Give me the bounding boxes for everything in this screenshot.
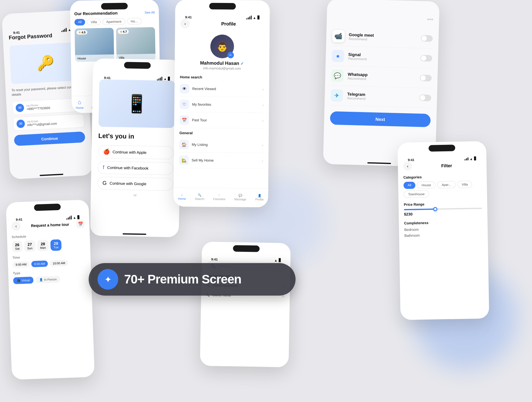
price-slider-track[interactable]	[404, 208, 482, 210]
menu-my-listing[interactable]: 🏠 My Listing ›	[179, 137, 263, 153]
tab-villa[interactable]: Villa	[87, 19, 101, 25]
time-1000[interactable]: 10:00 AM	[50, 260, 68, 267]
banner-text: 70+ Premium Screen	[124, 272, 241, 286]
date-28[interactable]: 28 Man	[37, 240, 49, 251]
price-range-label: Price Range	[404, 201, 482, 207]
nav-search-profile[interactable]: 🔍 Search	[195, 193, 204, 200]
chip-apartment[interactable]: Apar...	[437, 181, 455, 188]
chip-all[interactable]: All	[403, 182, 416, 189]
arrow-sell: ›	[262, 159, 263, 163]
date-29[interactable]: 29 Tue	[50, 239, 61, 251]
nav-favorites-profile[interactable]: ♡ Favorites	[213, 193, 225, 200]
more-icon[interactable]: •••	[427, 16, 433, 23]
menu-recent-viewed[interactable]: 👁 Recent Viewed ›	[180, 81, 264, 97]
whatsapp-toggle[interactable]	[420, 74, 432, 81]
whatsapp-info: Whatsapp Recommend	[348, 72, 416, 82]
nav-home-rec[interactable]: ⌂ Home	[76, 98, 84, 109]
back-button-tour[interactable]: ‹	[11, 221, 21, 231]
email-input-row[interactable]: ✉ via Email : info***ul@gmail.com	[13, 114, 85, 131]
back-button-profile[interactable]: ‹	[180, 19, 190, 28]
chip-townhouse[interactable]: Townhouse	[404, 190, 429, 198]
nav-profile-profile[interactable]: 👤 Profile	[255, 194, 264, 201]
slider-thumb[interactable]	[433, 207, 437, 211]
avatar-edit-icon[interactable]: ✏	[227, 52, 234, 58]
next-button[interactable]: Next	[330, 111, 431, 127]
signal-toggle[interactable]	[420, 55, 432, 61]
app-google-meet: 📹 Google meet Recommend	[332, 26, 433, 49]
bottom-nav-profile: ⌂ Home 🔍 Search ♡ Favorites 💬 Massage 👤 …	[173, 188, 268, 208]
profile-email: info.mamodul@gmail.com	[203, 66, 241, 70]
tab-ho[interactable]: Ho...	[127, 18, 142, 25]
time-filter: 9:41	[408, 158, 414, 161]
sell-home-label: Sell My Home	[192, 158, 259, 163]
google-meet-info: Google meet Recommend	[349, 32, 417, 42]
property-cards: ★4.5 House ★4.7 Villa	[74, 27, 155, 62]
back-button-filter[interactable]: ‹	[403, 162, 412, 171]
price-section: Price Range $230	[404, 201, 482, 217]
time-930[interactable]: 9:30 AM	[31, 260, 48, 267]
toggle-dot	[421, 36, 427, 41]
virtual-btn[interactable]: 🎥 Virtual	[13, 277, 33, 284]
rating-badge-2: ★4.7	[118, 29, 129, 34]
or-divider: or	[97, 192, 173, 198]
notch-rec	[101, 3, 128, 10]
arrow-past-tour: ›	[262, 119, 263, 123]
my-listing-label: My Listing	[192, 142, 259, 147]
profile-screen-title: Profile	[193, 21, 264, 27]
time-900[interactable]: 9:00 AM	[13, 261, 30, 268]
heart-icon-profile: ♡	[180, 100, 189, 109]
my-favorites-label: My favorites	[192, 102, 259, 107]
phone-search-screen: 9:41 ▲▊ 🔍 Search... Recent Search 🔍 Owen…	[200, 241, 291, 367]
facebook-login-btn[interactable]: f Continue with Facebook	[98, 161, 173, 175]
google-meet-toggle[interactable]	[421, 35, 433, 42]
filter-header: ‹ Filter	[403, 161, 481, 171]
nav-massage-profile[interactable]: 💬 Massage	[234, 194, 246, 201]
slider-fill	[404, 208, 435, 210]
rec-title: Our Recommendation	[74, 11, 118, 16]
google-icon: G	[103, 180, 107, 186]
login-title: Let's you in	[98, 132, 174, 141]
toggle-dot-4	[420, 95, 425, 100]
menu-my-favorites[interactable]: ♡ My favorites ›	[180, 97, 264, 113]
time-label: Time	[12, 253, 86, 260]
apple-login-btn[interactable]: 🍎 Continue with Apple	[98, 145, 174, 159]
google-login-btn[interactable]: G Continue with Google	[98, 177, 173, 191]
status-bar-profile: 9:41 ▲▊	[180, 13, 264, 20]
phone-tour: 9:41 ▲▊ ‹ Request a home tour 📅 Schedule…	[6, 200, 95, 380]
date-27[interactable]: 27 Sun	[24, 240, 35, 252]
rec-filter-tabs: All Villa Apartment Ho...	[74, 18, 155, 26]
tab-apartment[interactable]: Apartment	[103, 18, 125, 25]
email-icon: ✉	[16, 119, 25, 128]
verified-badge: ✓	[240, 61, 244, 66]
app-telegram: ✈ Telegram Recommend	[330, 86, 432, 108]
phone-login: 9:41 ▲▊ 📱 Let's you in 🍎 Continue with A…	[90, 58, 182, 237]
rating-badge-1: ★4.5	[76, 30, 87, 35]
property-card-2[interactable]: ★4.7 Villa	[116, 27, 155, 61]
chip-house[interactable]: House	[417, 181, 435, 189]
toggle-dot-2	[421, 55, 426, 61]
telegram-icon: ✈	[330, 89, 343, 102]
menu-sell-home[interactable]: 🏡 Sell My Home ›	[179, 153, 263, 169]
type-label: Type	[13, 269, 86, 275]
tab-all[interactable]: All	[74, 19, 85, 26]
see-all-link[interactable]: See All	[145, 11, 155, 14]
in-person-btn[interactable]: 👤 In Person	[36, 276, 61, 283]
property-card-1[interactable]: ★4.5 House	[74, 28, 114, 62]
whatsapp-icon: 💬	[331, 69, 344, 82]
calendar-icon-tour[interactable]: 📅	[76, 220, 85, 228]
date-26[interactable]: 26 Sat	[12, 241, 22, 252]
signal-icon: ●	[332, 50, 344, 62]
premium-banner: ✦ 70+ Premium Screen	[89, 263, 296, 296]
menu-past-tour[interactable]: 📅 Past Tour ›	[179, 112, 263, 129]
time-tour: 9:41	[16, 218, 22, 221]
arrow-recent: ›	[262, 87, 264, 91]
telegram-toggle[interactable]	[419, 94, 431, 101]
nav-home-profile[interactable]: ⌂ Home	[178, 193, 186, 200]
logo-icon: ✦	[104, 274, 112, 285]
app-whatsapp: 💬 Whatsapp Recommend	[331, 66, 432, 88]
user-nav-icon-p: 👤	[258, 194, 261, 197]
chip-villa[interactable]: Villa	[457, 181, 472, 188]
app-signal: ● Signal Recommend	[331, 46, 432, 69]
continue-button[interactable]: Continue	[14, 131, 85, 146]
home-search-label: Home search	[180, 75, 264, 80]
